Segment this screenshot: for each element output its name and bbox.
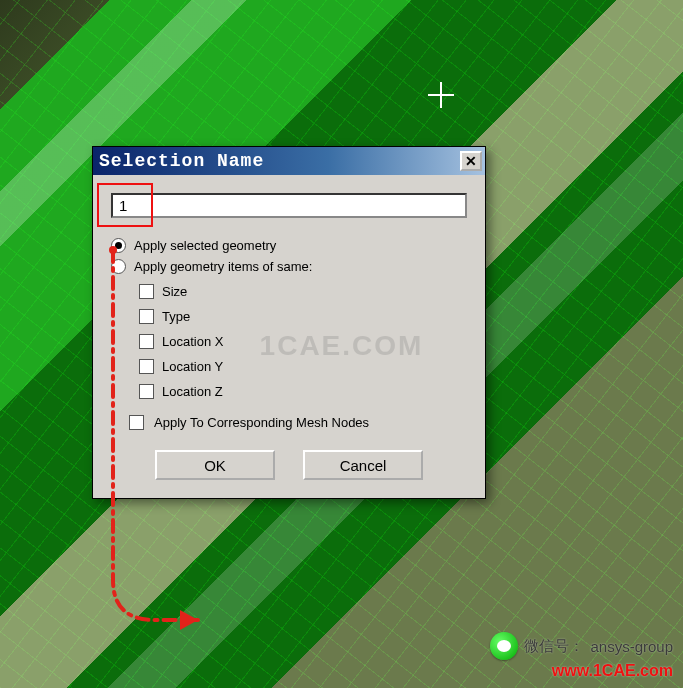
check-label: Location Y (162, 359, 223, 374)
dialog-button-row: OK Cancel (111, 450, 467, 484)
button-label: OK (204, 457, 226, 474)
wechat-icon (490, 632, 518, 660)
wechat-line: 微信号： ansys-group (490, 632, 673, 660)
check-label: Apply To Corresponding Mesh Nodes (154, 415, 369, 430)
wechat-id: ansys-group (590, 638, 673, 655)
name-input-row (111, 193, 467, 218)
footer-url: www.1CAE.com (490, 662, 673, 680)
check-label: Location Z (162, 384, 223, 399)
selection-name-input[interactable] (111, 193, 467, 218)
checkbox-icon (139, 334, 154, 349)
selection-name-dialog: Selection Name ✕ Apply selected geometry… (92, 146, 486, 499)
dialog-title: Selection Name (99, 151, 264, 171)
radio-icon (111, 259, 126, 274)
wechat-prefix: 微信号： (524, 637, 584, 656)
checkbox-icon (139, 284, 154, 299)
check-size[interactable]: Size (139, 284, 467, 299)
ok-button[interactable]: OK (155, 450, 275, 480)
radio-label: Apply geometry items of same: (134, 259, 312, 274)
button-label: Cancel (340, 457, 387, 474)
radio-apply-selected[interactable]: Apply selected geometry (111, 238, 467, 253)
checkbox-icon (139, 359, 154, 374)
checkbox-icon (139, 384, 154, 399)
checkbox-icon (129, 415, 144, 430)
check-location-x[interactable]: Location X (139, 334, 467, 349)
close-button[interactable]: ✕ (460, 151, 482, 171)
check-location-z[interactable]: Location Z (139, 384, 467, 399)
check-location-y[interactable]: Location Y (139, 359, 467, 374)
check-apply-mesh-nodes[interactable]: Apply To Corresponding Mesh Nodes (129, 415, 467, 430)
dialog-titlebar[interactable]: Selection Name ✕ (93, 147, 485, 175)
radio-icon (111, 238, 126, 253)
cancel-button[interactable]: Cancel (303, 450, 423, 480)
check-label: Location X (162, 334, 223, 349)
check-type[interactable]: Type (139, 309, 467, 324)
radio-label: Apply selected geometry (134, 238, 276, 253)
footer-watermark: 微信号： ansys-group www.1CAE.com (490, 632, 673, 680)
dialog-body: Apply selected geometry Apply geometry i… (93, 175, 485, 498)
check-label: Size (162, 284, 187, 299)
radio-apply-same[interactable]: Apply geometry items of same: (111, 259, 467, 274)
same-geometry-options: Size Type Location X Location Y Location… (139, 284, 467, 399)
close-icon: ✕ (465, 153, 478, 169)
checkbox-icon (139, 309, 154, 324)
check-label: Type (162, 309, 190, 324)
